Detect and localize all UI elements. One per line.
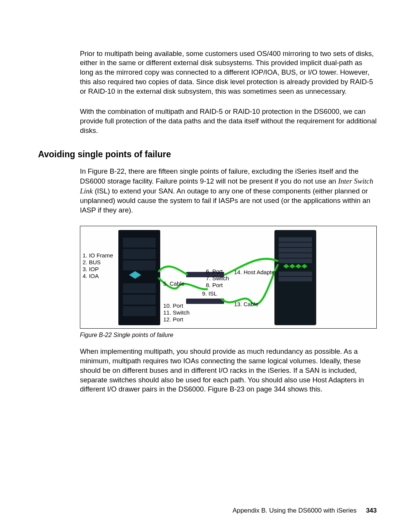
label-3: 3. IOP (83, 266, 99, 272)
label-10: 10. Port (163, 302, 183, 309)
label-2: 2. BUS (83, 259, 101, 265)
label-1: 1. IO Frame (83, 252, 113, 259)
paragraph-3: In Figure B-22, there are fifteen single… (80, 167, 377, 215)
label-11: 11. Switch (163, 309, 190, 316)
label-14: 14. Host Adapter (234, 269, 277, 275)
label-4: 4. IOA (83, 273, 99, 279)
figure-b22: 1. IO Frame 2. BUS 3. IOP 4. IOA 5. Cabl… (80, 226, 377, 329)
paragraph-2: With the combination of multipath and RA… (80, 107, 377, 136)
page-number: 343 (366, 507, 377, 514)
label-6: 6. Port (206, 268, 223, 275)
page: Prior to multipath being available, some… (0, 0, 411, 532)
paragraph-3a: In Figure B-22, there are fifteen single… (80, 167, 358, 185)
label-5: 5. Cable (163, 280, 185, 287)
footer-text: Appendix B. Using the DS6000 with iSerie… (233, 507, 357, 514)
label-7: 7. Switch (206, 275, 229, 281)
page-footer: Appendix B. Using the DS6000 with iSerie… (0, 507, 411, 514)
paragraph-3b: (ISL) to extend your SAN. An outage to a… (80, 187, 370, 214)
paragraph-4: When implementing multipath, you should … (80, 347, 377, 395)
label-9: 9. ISL (202, 290, 217, 297)
label-12: 12. Port (163, 316, 183, 323)
label-13: 13. Cable (234, 301, 258, 307)
paragraph-1: Prior to multipath being available, some… (80, 49, 377, 97)
section-heading: Avoiding single points of failure (38, 149, 377, 160)
label-8: 8. Port (206, 282, 223, 288)
figure-caption: Figure B-22 Single points of failure (80, 332, 377, 339)
